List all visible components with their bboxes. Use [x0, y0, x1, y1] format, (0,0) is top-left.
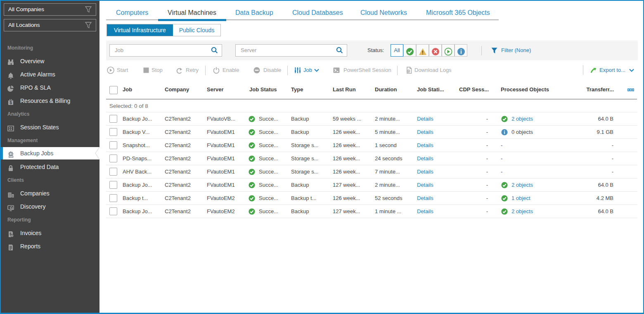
svg-text:$: $ — [9, 100, 12, 105]
